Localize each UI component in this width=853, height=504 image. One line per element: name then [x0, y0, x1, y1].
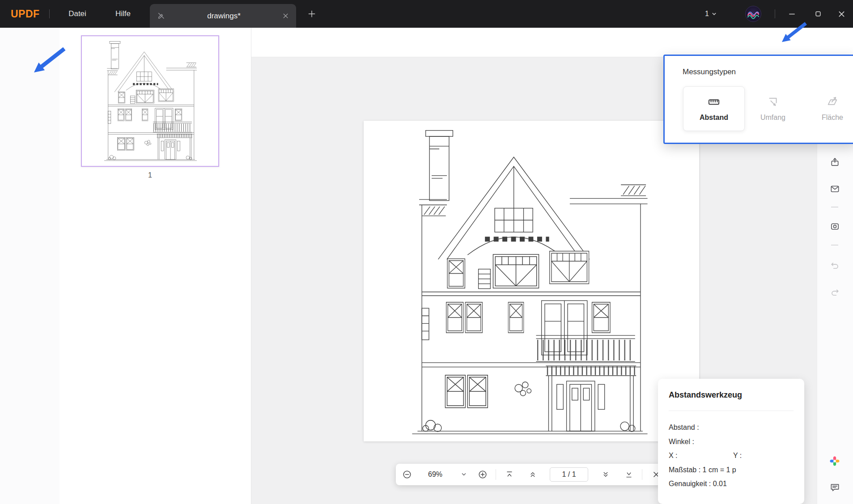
distance-panel-title: Abstandswerkzeug: [669, 390, 742, 400]
rail-divider: [831, 245, 838, 246]
undo-icon: [830, 260, 840, 271]
tab-close-icon[interactable]: [282, 13, 289, 19]
double-chevron-down-icon: [601, 470, 610, 479]
measure-option-flaeche[interactable]: Fläche: [802, 86, 853, 131]
house-elevation-drawing: [411, 129, 649, 436]
distance-row: Abstand :: [669, 424, 699, 432]
redo-icon: [830, 287, 840, 297]
rail-divider: [831, 207, 838, 208]
first-page-button[interactable]: [501, 466, 518, 483]
close-icon: [838, 11, 845, 17]
bar-separator: [496, 469, 496, 480]
maximize-icon: [815, 11, 821, 17]
annotation-arrow-sidebar: [28, 44, 81, 84]
page-indicator-value: 1 / 1: [562, 470, 576, 479]
undo-button[interactable]: [826, 256, 844, 274]
updf-window: UPDF Datei Hilfe drawings* 1: [0, 0, 853, 504]
redo-button[interactable]: [826, 283, 844, 301]
angle-row: Winkel :: [669, 438, 694, 446]
plus-icon: [307, 9, 316, 18]
chevron-down-icon: [461, 472, 467, 477]
thumbnail-house-drawing: [88, 41, 213, 161]
measure-option-label: Abstand: [700, 114, 728, 122]
next-page-button[interactable]: [598, 466, 614, 483]
distance-ruler-icon: [708, 96, 720, 108]
thumbnail-page-number: 1: [81, 171, 219, 179]
zoom-in-button[interactable]: [475, 466, 491, 483]
mail-icon: [830, 184, 840, 194]
page-controls-bar: 69% 1 / 1: [396, 464, 668, 485]
avatar[interactable]: [745, 6, 761, 22]
x-label: X :: [669, 452, 678, 459]
page-thumbnail[interactable]: [81, 35, 219, 167]
share-button[interactable]: [826, 153, 844, 171]
scroll-top-icon: [505, 470, 514, 479]
scale-row: Maßstab : 1 cm = 1 p: [669, 466, 736, 474]
last-page-button[interactable]: [621, 466, 637, 483]
ai-flower-icon: [829, 455, 840, 467]
distance-tool-panel: Abstandswerkzeug Abstand : Winkel : X : …: [658, 379, 804, 504]
titlebar-page-number: 1: [705, 10, 709, 18]
zoom-dropdown[interactable]: [456, 466, 472, 483]
perimeter-icon: [767, 96, 779, 108]
new-tab-button[interactable]: [302, 0, 321, 28]
xy-row: X : Y :: [669, 452, 785, 460]
y-label: Y :: [733, 452, 742, 460]
share-icon: [830, 157, 840, 167]
thumbnail-panel: 1: [59, 28, 251, 504]
titlebar-separator: [49, 9, 50, 18]
document-tab[interactable]: drawings*: [150, 4, 296, 28]
updf-logo: UPDF: [11, 0, 40, 28]
bar-separator: [642, 469, 642, 480]
measure-option-abstand[interactable]: Abstand: [683, 86, 745, 131]
measure-option-label: Umfang: [760, 114, 785, 122]
zoom-out-button[interactable]: [399, 466, 415, 483]
minimize-icon: [789, 11, 795, 17]
close-button[interactable]: [831, 0, 852, 28]
tab-file-icon: [157, 12, 166, 20]
left-tool-rail: [0, 28, 59, 504]
panel-divider: [669, 411, 794, 411]
zoom-in-icon: [478, 470, 488, 479]
tab-title: drawings*: [171, 12, 277, 21]
page-indicator[interactable]: 1 / 1: [550, 467, 588, 482]
snapshot-icon: [830, 221, 840, 232]
measure-popup-title: Messungstypen: [683, 68, 736, 76]
zoom-out-icon: [402, 470, 412, 479]
menu-datei[interactable]: Datei: [62, 0, 93, 28]
accuracy-row: Genauigkeit : 0.01: [669, 480, 727, 488]
updf-ai-button[interactable]: [826, 452, 844, 470]
chevron-down-icon: [712, 12, 717, 17]
measure-types-popup: Messungstypen Abstand Umfang Fläche: [663, 55, 853, 144]
measure-option-label: Fläche: [822, 114, 843, 122]
zoom-level[interactable]: 69%: [422, 466, 449, 483]
snapshot-button[interactable]: [826, 217, 844, 235]
feedback-button[interactable]: [826, 479, 844, 496]
annotation-arrow-toolbar: [760, 17, 812, 51]
avatar-squiggle: [746, 6, 761, 21]
email-button[interactable]: [826, 180, 844, 198]
previous-page-button[interactable]: [525, 466, 541, 483]
pdf-page[interactable]: [364, 121, 699, 441]
measure-option-umfang[interactable]: Umfang: [742, 86, 804, 131]
feedback-bubble-icon: [830, 483, 840, 493]
menu-hilfe[interactable]: Hilfe: [107, 0, 139, 28]
double-chevron-up-icon: [528, 470, 537, 479]
area-icon: [826, 96, 839, 108]
scroll-bottom-icon: [624, 470, 633, 479]
titlebar-page-dropdown[interactable]: 1: [705, 0, 717, 28]
titlebar: UPDF Datei Hilfe drawings* 1: [0, 0, 853, 28]
zoom-level-value: 69%: [428, 470, 442, 479]
